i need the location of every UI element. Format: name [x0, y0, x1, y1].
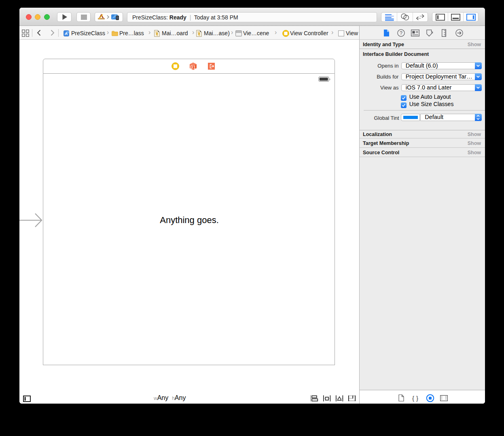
svg-text:?: ? [400, 30, 402, 36]
svg-text:1: 1 [193, 65, 196, 70]
